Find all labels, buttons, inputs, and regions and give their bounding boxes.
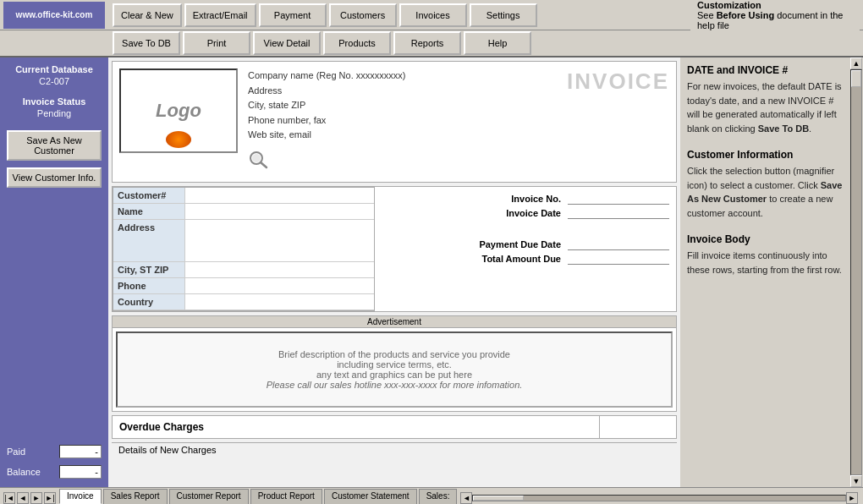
overdue-label: Overdue Charges (113, 416, 600, 438)
overdue-row: Overdue Charges (112, 415, 677, 439)
scroll-thumb[interactable] (851, 70, 861, 87)
database-value: C2-007 (3, 76, 105, 86)
company-city: City, state ZIP (248, 98, 500, 113)
invoice-title: INVOICE (567, 68, 669, 95)
payment-due-row: Payment Due Date (382, 239, 669, 250)
help-button[interactable]: Help (464, 31, 531, 55)
main-area: Current Database C2-007 Invoice Status P… (0, 58, 863, 487)
ad-line2: including service terms, etc. (337, 359, 452, 370)
balance-row: Balance - (3, 463, 105, 480)
customer-num-row: Customer# (113, 188, 374, 204)
invoice-body-title: Invoice Body (687, 233, 843, 245)
company-phone: Phone number, fax (248, 113, 500, 129)
phone-input[interactable] (185, 278, 374, 293)
clear-new-button[interactable]: Clear & New (113, 3, 182, 27)
ad-section: Advertisement Brief description of the p… (112, 315, 677, 412)
save-to-db-button[interactable]: Save To DB (113, 31, 180, 55)
products-button[interactable]: Products (323, 31, 391, 55)
name-input[interactable] (185, 204, 374, 219)
tab-first-button[interactable]: |◄ (3, 492, 15, 504)
city-input[interactable] (185, 262, 374, 277)
total-amount-value (568, 254, 669, 265)
customer-statement-tab[interactable]: Customer Statement (324, 489, 417, 504)
paid-value: - (59, 445, 102, 458)
invoice-no-label: Invoice No. (511, 194, 561, 205)
view-customer-info-button[interactable]: View Customer Info. (7, 167, 102, 188)
tab-navigation: |◄ ◄ ► ►| (3, 492, 56, 504)
country-input[interactable] (185, 294, 374, 310)
logo-area: Logo (119, 68, 238, 153)
country-row: Country (113, 294, 374, 310)
tab-prev-button[interactable]: ◄ (17, 492, 29, 504)
view-detail-button[interactable]: View Detail (253, 31, 321, 55)
city-label: City, ST ZIP (113, 262, 185, 277)
extract-email-button[interactable]: Extract/Email (184, 3, 256, 27)
invoices-button[interactable]: Invoices (399, 3, 467, 27)
save-as-new-customer-button[interactable]: Save As New Customer (7, 130, 102, 161)
invoice-status-section: Invoice Status Pending (3, 96, 105, 118)
sidebar: Current Database C2-007 Invoice Status P… (0, 58, 108, 487)
magnifier-button[interactable] (248, 150, 500, 175)
invoice-title-area: INVOICE (500, 68, 669, 175)
ad-line1: Brief description of the products and se… (278, 349, 510, 359)
sales-report-tab[interactable]: Sales Report (103, 489, 168, 504)
payment-button[interactable]: Payment (259, 3, 327, 27)
address-label: Address (113, 220, 185, 261)
scroll-track (850, 69, 862, 475)
tab-scroll-right[interactable]: ► (846, 492, 858, 504)
invoice-date-row: Invoice Date (382, 208, 669, 219)
logo-circle-decoration (166, 131, 191, 148)
invoice-date-label: Invoice Date (506, 208, 561, 219)
balance-value: - (59, 465, 102, 479)
paid-row: Paid - (3, 443, 105, 460)
customer-fields: Customer# Name Address City, ST ZIP Phon… (113, 187, 375, 311)
tab-last-button[interactable]: ►| (44, 492, 56, 504)
phone-label: Phone (113, 278, 185, 293)
toolbar-top: www.office-kit.com Clear & New Extract/E… (0, 0, 863, 30)
toolbar-bottom: Save To DB Print View Detail Products Re… (0, 30, 863, 58)
tab-scroll-thumb[interactable] (473, 496, 524, 501)
customer-num-label: Customer# (113, 188, 185, 203)
invoice-content: Logo Company name (Reg No. xxxxxxxxxx) A… (108, 58, 680, 487)
scroll-up-button[interactable]: ▲ (850, 58, 862, 69)
tab-next-button[interactable]: ► (30, 492, 42, 504)
name-label: Name (113, 204, 185, 219)
invoice-tab[interactable]: Invoice (59, 489, 102, 504)
date-invoice-text: For new invoices, the default DATE is to… (687, 79, 843, 135)
company-address: Address (248, 84, 500, 99)
company-name: Company name (Reg No. xxxxxxxxxx) (248, 68, 500, 84)
logo-text: Logo (156, 100, 201, 122)
overdue-value (600, 416, 676, 438)
ad-line4: Please call our sales hotline xxx-xxx-xx… (267, 380, 523, 390)
customization-panel: Customization See Before Using document … (690, 0, 860, 32)
customers-button[interactable]: Customers (329, 3, 397, 27)
payment-due-value (568, 239, 669, 250)
scroll-down-button[interactable]: ▼ (850, 475, 862, 487)
current-database-label: Current Database (3, 64, 105, 74)
customer-info-title: Customer Information (687, 149, 843, 161)
customer-num-input[interactable] (185, 188, 374, 203)
total-amount-row: Total Amount Due (382, 254, 669, 265)
overdue-section: Overdue Charges Details of New Charges (112, 415, 677, 457)
print-button[interactable]: Print (183, 31, 250, 55)
vertical-scrollbar[interactable]: ▲ ▼ (849, 58, 863, 487)
reports-button[interactable]: Reports (393, 31, 461, 55)
address-input[interactable] (185, 220, 374, 261)
total-amount-label: Total Amount Due (482, 254, 562, 265)
ad-content: Brief description of the products and se… (116, 331, 673, 408)
product-report-tab[interactable]: Product Report (250, 489, 322, 504)
name-row: Name (113, 204, 374, 220)
date-invoice-title: DATE and INVOICE # (687, 64, 843, 76)
details-label: Details of New Charges (112, 442, 677, 457)
sales-tab[interactable]: Sales: (419, 489, 458, 504)
right-help-panel: DATE and INVOICE # For new invoices, the… (680, 58, 849, 487)
invoice-date-value (568, 208, 669, 219)
settings-button[interactable]: Settings (470, 3, 537, 27)
city-row: City, ST ZIP (113, 262, 374, 278)
invoice-body-text: Fill invoice items continuously into the… (687, 249, 843, 277)
customer-report-tab[interactable]: Customer Report (169, 489, 249, 504)
invoice-status-label: Invoice Status (3, 96, 105, 107)
country-label: Country (113, 294, 185, 310)
paid-label: Paid (7, 446, 25, 457)
tab-scroll-left[interactable]: ◄ (460, 492, 472, 504)
